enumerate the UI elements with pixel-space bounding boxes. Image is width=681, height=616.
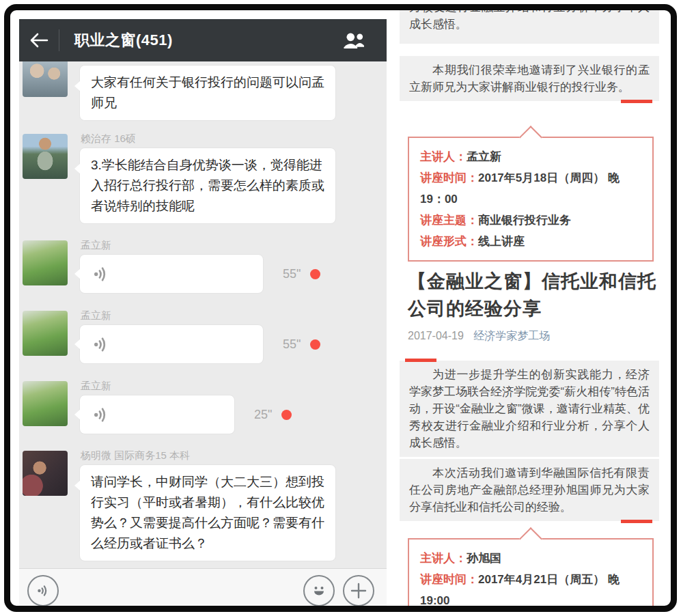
sender-name: 孟立新 [81,380,111,393]
chat-header: 职业之窗(451) [19,19,387,61]
screenshot-stage: 大家有任何关于银行投行的问题可以问孟师兄 赖治存 16硕 3.学长能结合自身优势… [0,0,681,616]
back-arrow-icon [29,31,49,49]
lecture-row: 主讲人：孙旭国 [420,548,641,569]
voice-message-bubble[interactable] [79,254,264,294]
article-paragraph-clipped: 秀校友进行金融业介绍和行业分析，分享个人成长感悟。 [400,8,659,44]
voice-duration: 55" [283,267,301,281]
avatar[interactable] [23,451,68,496]
device-screen: 大家有任何关于银行投行的问题可以问孟师兄 赖治存 16硕 3.学长能结合自身优势… [4,4,677,612]
voice-input-icon [35,583,51,599]
lecture-row: 讲座时间：2017年4月21日（周五） 晚19:00 [420,569,641,611]
back-button[interactable] [19,19,59,61]
chat-input-bar [19,568,387,607]
sender-name: 孟立新 [81,309,111,322]
unread-dot [281,410,292,420]
plus-icon [350,582,367,600]
header-divider [59,29,59,51]
voice-wave-icon [92,265,111,283]
avatar[interactable] [23,311,68,356]
lecture-row: 讲座时间：2017年5月18日（周四） 晚19：00 [420,167,641,210]
voice-input-button[interactable] [27,575,59,606]
voice-duration: 55" [283,337,301,352]
voice-wave-icon [92,335,111,354]
article-date: 2017-04-19 [408,330,464,341]
emoji-icon [309,580,329,601]
article-paragraph-invite1: 本期我们很荣幸地邀请到了兴业银行的孟立新师兄为大家讲解商业银行的投行业务。 [400,56,659,101]
avatar[interactable] [23,134,68,179]
wechat-chat-pane: 大家有任何关于银行投行的问题可以问孟师兄 赖治存 16硕 3.学长能结合自身优势… [19,19,387,607]
article-pane: 秀校友进行金融业介绍和行业分析，分享个人成长感悟。 本期我们很荣幸地邀请到了兴业… [400,8,659,612]
voice-message-bubble[interactable] [79,395,235,434]
article-meta: 2017-04-19 经济学家梦工场 [408,329,550,344]
lecture-info-box-2: 主讲人：孙旭国 讲座时间：2017年4月21日（周五） 晚19:00 讲座主题：… [408,538,654,612]
message-bubble: 请问学长，中财同学（大二大三）想到投行实习（平时或者暑期），有什么比较优势么？又… [79,464,336,561]
chat-title: 职业之窗(451) [74,30,173,51]
message-bubble: 大家有任何关于银行投行的问题可以问孟师兄 [79,65,336,121]
group-members-button[interactable] [335,19,374,61]
unread-dot [310,269,320,279]
voice-wave-icon [92,406,111,424]
red-dash-divider [621,520,652,523]
red-dash-divider [621,100,652,103]
lecture-row: 讲座主题：商业银行投行业务 [420,210,641,231]
voice-message-bubble[interactable] [79,324,264,364]
message-bubble: 3.学长能结合自身优势谈一谈，觉得能进入招行总行投行部，需要怎么样的素质或者说特… [79,148,336,224]
unread-dot [310,339,320,350]
sender-name: 赖治存 16硕 [81,132,136,145]
avatar[interactable] [23,240,68,285]
lecture-row: 主讲人：孟立新 [420,146,641,167]
article-paragraph-intro: 为进一步提升学生的创新实践能力，经济学家梦工场联合经济学院党委“薪火相传”特色活… [400,361,659,457]
voice-duration: 25" [254,408,272,422]
lecture-row: 讲座形式：线上讲座 [420,231,641,252]
article-account-link[interactable]: 经济学家梦工场 [473,330,550,341]
article-title: 【金融业之窗】信托业和信托公司的经验分享 [408,268,656,322]
avatar[interactable] [23,381,68,426]
more-button[interactable] [343,575,374,606]
lecture-info-box-1: 主讲人：孟立新 讲座时间：2017年5月18日（周四） 晚19：00 讲座主题：… [408,137,654,262]
article-paragraph-invite2: 本次活动我们邀请到华融国际信托有限责任公司房地产金融部总经理孙旭国师兄为大家分享… [400,459,659,521]
emoji-button[interactable] [303,575,335,606]
lecture-row: 讲座主题：信托行业知多少-信托业和信托公司的那些事 [420,611,641,612]
sender-name: 孟立新 [81,239,111,252]
red-dash-divider [405,359,436,362]
group-members-icon [342,31,367,50]
sender-name: 杨明微 国际商务15 本科 [81,449,190,462]
